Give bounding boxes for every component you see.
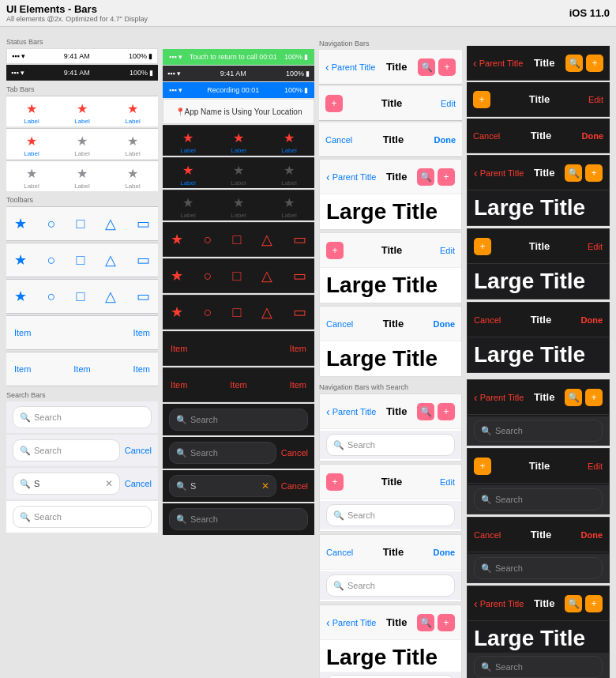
toolbar-triangle-3-icon[interactable]: △ (105, 288, 116, 305)
toolbar-rect-3-icon[interactable]: ▭ (137, 288, 150, 305)
toolbar-dark-item-m2[interactable]: Item (230, 380, 246, 390)
add-search-icon-2[interactable]: + (326, 473, 344, 491)
tab-dark-item-5[interactable]: ★ Label (213, 161, 264, 186)
done-dark-search-btn-3[interactable]: Done (581, 530, 603, 540)
add-nav-icon-1[interactable]: + (438, 58, 456, 76)
toolbar-item-l2[interactable]: Item (14, 364, 31, 374)
dark-inline-ls-input-1[interactable]: 🔍 Search (474, 656, 603, 678)
add-icon-large-2[interactable]: + (326, 242, 344, 259)
dark-inline-search-input-2[interactable]: 🔍 Search (474, 488, 603, 510)
tab-item-9[interactable]: ★ Label (107, 164, 158, 190)
toolbar-dark-rect-3-icon[interactable]: ▭ (293, 303, 306, 321)
toolbar-dark-rect-2-icon[interactable]: ▭ (293, 267, 306, 284)
cancel-dark-btn-1[interactable]: Cancel (281, 448, 308, 458)
search-input-2[interactable]: 🔍 Search (13, 439, 120, 461)
toolbar-dark-circle-2-icon[interactable]: ○ (204, 268, 212, 284)
add-dark-icon-2[interactable]: + (473, 91, 490, 108)
toolbar-rect-2-icon[interactable]: ▭ (137, 251, 150, 269)
edit-dark-search-btn-2[interactable]: Edit (588, 461, 603, 471)
nav-back-dark-search-1[interactable]: ‹ Parent Title (474, 391, 524, 404)
toolbar-item-r2[interactable]: Item (133, 364, 150, 374)
inline-search-input-1[interactable]: 🔍 Search (326, 434, 455, 456)
toolbar-star-icon[interactable]: ★ (14, 215, 27, 232)
toolbar-dark-item-l[interactable]: Item (171, 344, 187, 353)
toolbar-dark-triangle-3-icon[interactable]: △ (261, 303, 272, 321)
edit-btn-large-2[interactable]: Edit (440, 246, 455, 255)
tab-item-1[interactable]: ★ Label (6, 100, 57, 125)
cancel-large-3[interactable]: Cancel (326, 319, 353, 329)
search-dark-nav-icon-2[interactable]: 🔍 (565, 389, 582, 406)
nav-add-dark-search-2[interactable]: + (474, 458, 491, 475)
tab-dark-item-9[interactable]: ★ Label (264, 194, 314, 219)
add-dark-nav-icon-2[interactable]: + (585, 389, 603, 406)
tab-dark-item-6[interactable]: ★ Label (264, 161, 314, 186)
cancel-btn-1[interactable]: Cancel (125, 446, 152, 455)
toolbar-dark-star-3-icon[interactable]: ★ (171, 303, 183, 321)
inline-search-ls-input-1[interactable]: 🔍 Search (326, 675, 455, 678)
search-clear-icon-1[interactable]: ✕ (105, 478, 113, 489)
search-dark-clear-icon[interactable]: ✕ (261, 480, 269, 492)
cancel-btn-2[interactable]: Cancel (125, 479, 152, 488)
nav-add-dark-2[interactable]: + (473, 91, 490, 108)
add-icon-2[interactable]: + (325, 95, 343, 112)
search-input-3[interactable]: 🔍 S ✕ (13, 473, 120, 495)
toolbar-square-2-icon[interactable]: □ (77, 252, 85, 269)
search-dark-ls-icon-1[interactable]: 🔍 (565, 595, 582, 612)
search-large-search-icon-1[interactable]: 🔍 (417, 614, 434, 631)
toolbar-dark-square-3-icon[interactable]: □ (233, 304, 242, 321)
edit-dark-large-btn-2[interactable]: Edit (588, 242, 603, 251)
done-search-btn-3[interactable]: Done (434, 548, 456, 557)
search-dark-input-2[interactable]: 🔍 Search (169, 442, 276, 464)
nav-back-search-1[interactable]: ‹ Parent Title (326, 405, 376, 418)
nav-back-large-1[interactable]: ‹ Parent Title (326, 171, 376, 183)
dark-inline-search-input-3[interactable]: 🔍 Search (474, 557, 603, 579)
add-dark-large-icon-2[interactable]: + (474, 238, 491, 255)
toolbar-rect-icon[interactable]: ▭ (137, 215, 150, 232)
search-input-4[interactable]: 🔍 Search (13, 506, 152, 528)
inline-search-input-2[interactable]: 🔍 Search (326, 504, 455, 526)
nav-back-large-search-1[interactable]: ‹ Parent Title (326, 616, 376, 629)
tab-item-5[interactable]: ★ Label (57, 132, 107, 157)
toolbar-triangle-2-icon[interactable]: △ (105, 251, 116, 269)
tab-dark-item-2[interactable]: ★ Label (213, 129, 264, 154)
add-dark-search-icon-2[interactable]: + (474, 458, 491, 475)
edit-dark-btn-1[interactable]: Edit (588, 95, 603, 104)
tab-dark-item-3[interactable]: ★ Label (264, 129, 314, 154)
done-dark-btn-1[interactable]: Done (582, 131, 604, 141)
toolbar-star-2-icon[interactable]: ★ (14, 251, 27, 269)
tab-dark-item-4[interactable]: ★ Label (163, 161, 213, 186)
tab-item-4[interactable]: ★ Label (6, 132, 57, 157)
inline-search-input-3[interactable]: 🔍 Search (326, 574, 455, 597)
search-dark-input-1[interactable]: 🔍 Search (169, 409, 308, 431)
nav-back-dark-large-1[interactable]: ‹ Parent Title (474, 167, 524, 179)
dark-inline-search-input-1[interactable]: 🔍 Search (474, 420, 603, 442)
toolbar-square-icon[interactable]: □ (77, 216, 85, 232)
tab-dark-item-8[interactable]: ★ Label (213, 194, 264, 219)
toolbar-item-m2[interactable]: Item (73, 364, 90, 374)
search-dark-input-3[interactable]: 🔍 S ✕ (169, 475, 276, 497)
toolbar-circle-2-icon[interactable]: ○ (47, 252, 56, 269)
tab-dark-item-1[interactable]: ★ Label (163, 129, 213, 154)
cancel-dark-btn-2[interactable]: Cancel (281, 481, 308, 491)
tab-item-7[interactable]: ★ Label (6, 164, 57, 190)
cancel-dark-search-3[interactable]: Cancel (474, 530, 501, 540)
toolbar-dark-triangle-2-icon[interactable]: △ (261, 267, 272, 284)
toolbar-dark-circle-3-icon[interactable]: ○ (204, 304, 212, 321)
toolbar-dark-square-2-icon[interactable]: □ (233, 268, 242, 284)
nav-add-dark-large-2[interactable]: + (474, 238, 491, 255)
add-large-icon-1[interactable]: + (438, 168, 455, 186)
search-dark-nav-icon-1[interactable]: 🔍 (565, 55, 583, 72)
nav-add-btn[interactable]: + (325, 95, 343, 112)
done-btn-1[interactable]: Done (434, 135, 456, 145)
search-nav-icon-1[interactable]: 🔍 (418, 58, 435, 76)
search-dark-input-4[interactable]: 🔍 Search (169, 508, 308, 530)
toolbar-item-right[interactable]: Item (133, 328, 150, 337)
edit-search-btn-2[interactable]: Edit (440, 477, 455, 487)
cancel-search-3[interactable]: Cancel (326, 548, 353, 557)
nav-back-dark-1[interactable]: ‹ Parent Title (473, 57, 523, 70)
toolbar-dark-item-r[interactable]: Item (290, 344, 306, 353)
add-large-search-icon-1[interactable]: + (438, 614, 455, 631)
nav-back-dark-ls-1[interactable]: ‹ Parent Title (474, 597, 524, 610)
nav-back-1[interactable]: ‹ Parent Title (325, 61, 375, 73)
search-nav-icon-2[interactable]: 🔍 (417, 403, 434, 420)
